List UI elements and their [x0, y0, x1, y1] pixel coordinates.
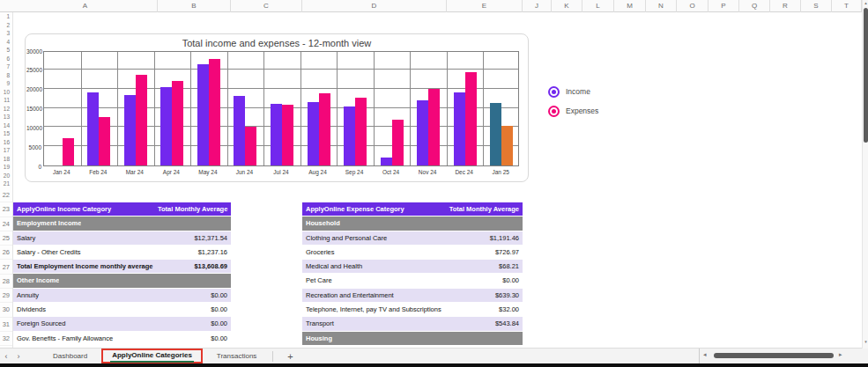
category-cell[interactable]: Medical and Health	[302, 260, 447, 273]
income-header-category-cell[interactable]: ApplyOnline Income Category	[13, 202, 158, 216]
value-cell[interactable]: $0.00	[158, 332, 231, 345]
category-cell[interactable]: Annuity	[13, 289, 158, 302]
bar-expenses-Nov-24[interactable]	[428, 89, 440, 165]
sheet-tab-dashboard[interactable]: Dashboard	[41, 349, 100, 364]
bar-income-Sep-24[interactable]	[344, 106, 355, 165]
category-cell[interactable]: Salary	[13, 231, 158, 245]
row-header-16[interactable]: 16	[0, 138, 12, 147]
category-cell[interactable]: Gov. Benefits - Family Allowance	[13, 332, 158, 345]
bar-income-May-24[interactable]	[197, 64, 209, 165]
bar-expenses-Feb-24[interactable]	[99, 117, 110, 165]
value-cell[interactable]: $12,371.54	[158, 231, 231, 245]
bar-expenses-Sep-24[interactable]	[355, 98, 367, 165]
row-header-8[interactable]: 8	[0, 71, 12, 80]
row-header-32[interactable]: 32	[0, 332, 12, 346]
bar-expenses-Mar-24[interactable]	[136, 75, 147, 165]
row-header-15[interactable]: 15	[0, 129, 12, 138]
bar-expenses-Dec-24[interactable]	[465, 72, 477, 165]
row-header-5[interactable]: 5	[0, 46, 12, 55]
bar-expenses-Apr-24[interactable]	[172, 81, 183, 165]
income-header-value-cell[interactable]: Total Monthly Average	[158, 202, 231, 216]
legend-item-expenses[interactable]: Expenses	[548, 105, 598, 117]
legend-item-income[interactable]: Income	[548, 85, 598, 98]
row-header-2[interactable]: 2	[0, 21, 12, 30]
hscroll-left-arrow-icon[interactable]: ◂	[703, 351, 707, 358]
column-header-D[interactable]: D	[302, 0, 447, 12]
section-row[interactable]: Household	[302, 217, 523, 231]
row-header-17[interactable]: 17	[0, 146, 12, 155]
row-header-30[interactable]: 30	[0, 303, 12, 317]
bar-income-Jul-24[interactable]	[271, 104, 282, 165]
column-header-O[interactable]: O	[677, 0, 708, 12]
category-cell[interactable]: Recreation and Entertainment	[302, 289, 447, 302]
row-header-9[interactable]: 9	[0, 79, 12, 88]
row-header-12[interactable]: 12	[0, 105, 12, 114]
bar-expenses-May-24[interactable]	[209, 59, 220, 165]
value-cell[interactable]: $68.21	[447, 260, 523, 273]
category-cell[interactable]: Salary - Other Credits	[13, 246, 158, 259]
category-cell[interactable]: Foreign Sourced	[13, 317, 158, 330]
row-header-3[interactable]: 3	[0, 29, 12, 38]
expense-header-value-cell[interactable]: Total Monthly Average	[447, 202, 523, 216]
bar-expenses-Jan-25[interactable]	[501, 126, 513, 165]
category-cell[interactable]: Total Employment Income monthly average	[13, 260, 158, 273]
value-cell[interactable]: $543.84	[447, 317, 523, 330]
value-cell[interactable]: $1,237.16	[158, 246, 231, 259]
category-cell[interactable]: Transport	[302, 317, 447, 330]
chart-object[interactable]: Total income and expenses - 12-month vie…	[25, 33, 529, 182]
value-cell[interactable]: $0.00	[158, 303, 231, 316]
category-cell[interactable]: Groceries	[302, 246, 447, 259]
row-header-10[interactable]: 10	[0, 88, 12, 97]
column-header-Q[interactable]: Q	[739, 0, 770, 12]
row-header-25[interactable]: 25	[0, 231, 12, 246]
horizontal-scrollbar-thumb[interactable]	[714, 353, 834, 358]
tab-scroll-right-icon[interactable]: ›	[12, 349, 25, 364]
bar-income-Mar-24[interactable]	[124, 95, 136, 165]
add-sheet-button[interactable]: +	[287, 351, 293, 362]
section-row[interactable]: Housing	[302, 332, 523, 346]
bar-income-Jan-25[interactable]	[490, 103, 501, 165]
row-header-19[interactable]: 19	[0, 163, 12, 172]
row-header-28[interactable]: 28	[0, 275, 12, 289]
bar-expenses-Oct-24[interactable]	[392, 120, 404, 165]
value-cell[interactable]: $13,608.69	[158, 260, 231, 273]
row-header-6[interactable]: 6	[0, 55, 12, 63]
column-header-P[interactable]: P	[708, 0, 739, 12]
row-header-21[interactable]: 21	[0, 180, 12, 188]
sheet-tab-applyonline-categories[interactable]: ApplyOnline Categories	[110, 349, 194, 364]
column-header-K[interactable]: K	[552, 0, 582, 12]
bar-expenses-Jan-24[interactable]	[63, 138, 74, 165]
row-header-13[interactable]: 13	[0, 113, 12, 121]
bar-income-Apr-24[interactable]	[160, 87, 172, 165]
value-cell[interactable]: $1,191.46	[447, 231, 523, 245]
column-header-R[interactable]: R	[770, 0, 801, 12]
row-header-1[interactable]: 1	[0, 12, 12, 21]
category-cell[interactable]: Clothing and Personal Care	[302, 231, 447, 245]
row-header-29[interactable]: 29	[0, 289, 12, 303]
section-row[interactable]: Other Income	[13, 274, 231, 288]
bar-income-Oct-24[interactable]	[381, 158, 392, 165]
column-header-B[interactable]: B	[158, 0, 231, 12]
row-header-18[interactable]: 18	[0, 155, 12, 164]
bar-income-Feb-24[interactable]	[87, 92, 99, 165]
bar-expenses-Aug-24[interactable]	[319, 93, 330, 165]
row-header-11[interactable]: 11	[0, 96, 12, 105]
category-cell[interactable]: Telephone, Internet, pay TV and Subscrip…	[302, 303, 447, 316]
row-header-24[interactable]: 24	[0, 217, 12, 231]
category-cell[interactable]: Dividends	[13, 303, 158, 316]
expense-header-category-cell[interactable]: ApplyOnline Expense Category	[302, 202, 447, 216]
value-cell[interactable]: $0.00	[158, 317, 231, 330]
vertical-scrollbar[interactable]: ▴ ▾	[862, 0, 868, 349]
value-cell[interactable]: $32.00	[447, 303, 523, 316]
column-header-E[interactable]: E	[447, 0, 523, 12]
row-header-4[interactable]: 4	[0, 38, 12, 47]
row-header-14[interactable]: 14	[0, 121, 12, 130]
bar-income-Aug-24[interactable]	[308, 102, 319, 165]
vscroll-down-arrow-icon[interactable]: ▾	[863, 339, 868, 344]
row-header-27[interactable]: 27	[0, 261, 12, 275]
column-header-S[interactable]: S	[801, 0, 832, 12]
column-header-J[interactable]: J	[523, 0, 552, 12]
column-header-A[interactable]: A	[13, 0, 158, 12]
row-header-7[interactable]: 7	[0, 62, 12, 71]
section-row[interactable]: Employment Income	[13, 217, 231, 231]
